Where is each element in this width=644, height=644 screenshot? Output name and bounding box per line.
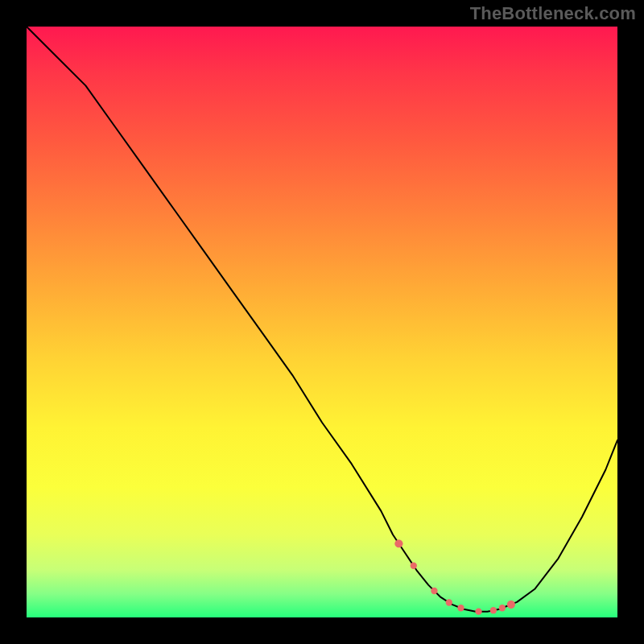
bottom-dots bbox=[394, 539, 515, 615]
watermark-text: TheBottleneck.com bbox=[470, 3, 636, 24]
bottleneck-curve bbox=[27, 27, 617, 612]
marker-dot bbox=[431, 588, 437, 594]
marker-dot bbox=[411, 563, 417, 569]
marker-dot bbox=[499, 605, 506, 611]
curve-svg bbox=[27, 27, 617, 617]
chart-frame: TheBottleneck.com bbox=[0, 0, 644, 644]
marker-dot bbox=[475, 609, 481, 615]
marker-dot bbox=[457, 605, 464, 611]
marker-dot bbox=[394, 539, 402, 547]
marker-dot bbox=[446, 599, 452, 605]
marker-dot bbox=[507, 601, 515, 609]
marker-dot bbox=[490, 607, 497, 613]
plot-area bbox=[27, 27, 617, 617]
